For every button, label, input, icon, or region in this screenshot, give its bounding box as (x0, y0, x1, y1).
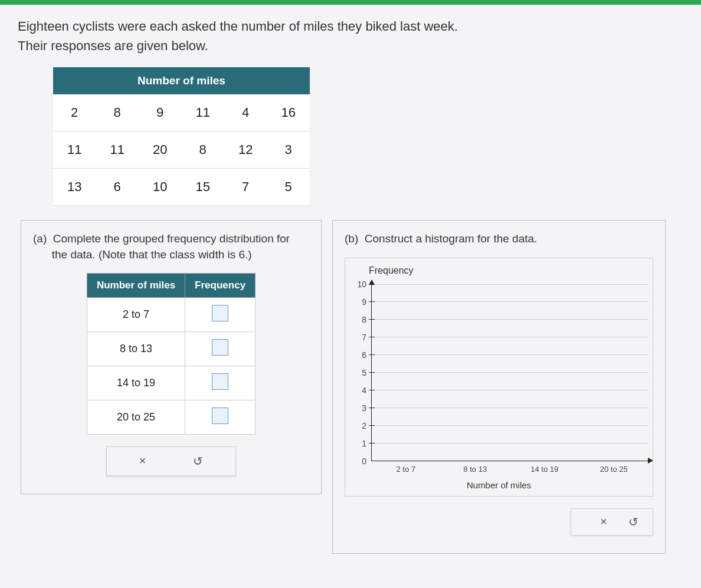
histogram-container: Frequency 109876543210 2 to 78 to 1314 t… (345, 258, 653, 497)
y-tick-label: 0 (362, 456, 366, 466)
y-tick-label: 7 (362, 333, 366, 342)
data-cell: 12 (224, 132, 267, 169)
gridline (372, 408, 648, 408)
y-tick-label: 5 (362, 368, 366, 377)
y-tick-mark (369, 372, 375, 373)
y-tick-label: 1 (362, 439, 366, 448)
part-b-buttons: × ↺ (571, 508, 653, 536)
y-tick-mark (369, 337, 375, 337)
histogram-plot-area[interactable]: 109876543210 2 to 78 to 1314 to 1920 to … (351, 278, 652, 479)
raw-data-table: Number of miles 289114161111208123136101… (53, 67, 310, 205)
gridline (372, 284, 648, 285)
freq-input-cell (185, 400, 255, 435)
part-b-box: (b) Construct a histogram for the data. … (332, 220, 666, 554)
y-tick-label: 2 (362, 421, 366, 431)
y-tick-label: 4 (362, 386, 366, 395)
y-tick-label: 10 (357, 280, 366, 289)
data-cell: 16 (267, 94, 309, 132)
freq-header-class: Number of miles (87, 274, 185, 298)
y-tick-mark (369, 301, 375, 302)
data-cell: 8 (96, 94, 138, 132)
freq-input-cell (185, 332, 255, 366)
page: Eighteen cyclists were each asked the nu… (0, 5, 701, 588)
gridline (372, 301, 648, 302)
part-a-buttons: × ↺ (106, 446, 236, 476)
data-cell: 2 (53, 94, 96, 132)
reset-icon[interactable]: ↺ (628, 515, 638, 529)
data-cell: 20 (139, 132, 181, 169)
data-cell: 6 (96, 169, 138, 206)
data-cell: 7 (224, 169, 267, 206)
prompt-line-1: Eighteen cyclists were each asked the nu… (18, 19, 458, 34)
gridline (372, 337, 648, 337)
freq-input-cell (185, 298, 255, 332)
frequency-table: Number of miles Frequency 2 to 78 to 131… (87, 273, 255, 435)
gridline (372, 354, 648, 355)
y-tick-mark (369, 390, 375, 390)
data-cell: 11 (96, 132, 138, 169)
x-axis-arrow-icon (648, 458, 653, 464)
reset-icon[interactable]: ↺ (193, 454, 203, 468)
frequency-input[interactable] (212, 408, 228, 424)
y-tick-label: 8 (362, 315, 366, 324)
data-cell: 10 (139, 169, 181, 206)
data-table-header: Number of miles (53, 67, 310, 94)
freq-input-cell (185, 366, 255, 400)
y-tick-label: 6 (362, 350, 366, 360)
y-tick-mark (369, 354, 375, 355)
data-cell: 11 (53, 132, 96, 169)
gridline (372, 443, 648, 444)
data-cell: 3 (267, 132, 309, 169)
y-tick-mark (369, 284, 375, 285)
y-tick-label: 3 (362, 403, 366, 413)
part-a-box: (a) Complete the grouped frequency distr… (21, 220, 322, 494)
x-tick-label: 20 to 25 (579, 462, 649, 479)
question-prompt: Eighteen cyclists were each asked the nu… (18, 17, 683, 55)
x-tick-label: 2 to 7 (371, 462, 441, 479)
data-cell: 11 (181, 94, 224, 132)
prompt-line-2: Their responses are given below. (18, 38, 208, 53)
y-tick-mark (369, 408, 375, 408)
data-cell: 13 (53, 169, 96, 206)
gridline (372, 372, 648, 373)
freq-class-label: 8 to 13 (87, 332, 185, 366)
freq-class-label: 20 to 25 (87, 400, 185, 435)
chart-y-label: Frequency (369, 265, 647, 276)
data-cell: 9 (139, 94, 181, 132)
gridline (372, 425, 648, 426)
frequency-input[interactable] (212, 339, 228, 356)
part-b-title: (b) Construct a histogram for the data. (345, 231, 653, 247)
data-cell: 5 (267, 169, 309, 206)
clear-icon[interactable]: × (600, 515, 607, 529)
freq-header-freq: Frequency (185, 274, 255, 298)
freq-class-label: 2 to 7 (87, 298, 185, 332)
y-tick-label: 9 (362, 297, 366, 307)
clear-icon[interactable]: × (139, 454, 146, 468)
x-tick-label: 8 to 13 (441, 462, 510, 479)
y-tick-mark (369, 443, 375, 444)
chart-x-label: Number of miles (351, 480, 647, 490)
frequency-input[interactable] (212, 373, 228, 390)
y-tick-mark (369, 319, 375, 320)
part-a-title: (a) Complete the grouped frequency distr… (33, 231, 309, 262)
freq-class-label: 14 to 19 (87, 366, 185, 400)
data-cell: 15 (181, 169, 224, 206)
frequency-input[interactable] (212, 305, 228, 321)
gridline (372, 390, 648, 390)
x-tick-label: 14 to 19 (510, 462, 579, 479)
gridline (372, 319, 648, 320)
data-cell: 4 (224, 94, 267, 132)
data-cell: 8 (181, 132, 224, 169)
y-tick-mark (369, 425, 375, 426)
